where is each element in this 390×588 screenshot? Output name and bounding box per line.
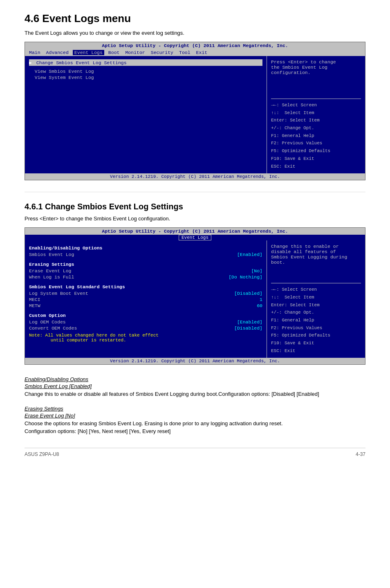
- menu-advanced[interactable]: Advanced: [45, 50, 70, 55]
- bios-header-custom: Custom Option: [29, 313, 262, 318]
- bios-screen-1: Aptio Setup Utility - Copyright (C) 2011…: [25, 42, 365, 180]
- bios-item-convert-oem-codes[interactable]: Convert OEM Codes [Disabled]: [29, 325, 262, 331]
- bios-menu-bar-1: Main Advanced Event Logs Boot Monitor Se…: [25, 49, 365, 56]
- bios-header-standard: Smbios Event Log Standard Settings: [29, 284, 262, 290]
- section-intro-4-6-1: Press <Enter> to change the Smbios Event…: [25, 215, 365, 222]
- desc-text-smbios-event-log: Change this to enable or disable all fea…: [25, 390, 365, 398]
- bios-right-keys-1: →←: Select Screen ↑↓: Select Item Enter:…: [271, 101, 361, 170]
- bios-note: Note: All values changed here do not tak…: [29, 333, 262, 343]
- bios-item-when-log-full[interactable]: When Log is Full [Do Nothing]: [29, 274, 262, 280]
- bios-item-smbios-event-log[interactable]: Smbios Event Log [Enabled]: [29, 251, 262, 258]
- menu-security[interactable]: Security: [149, 50, 175, 55]
- bios-item-erase-event-log[interactable]: Erase Event Log [No]: [29, 268, 262, 274]
- bios-right-top-1: Press <Enter> to changethe Smbios Event …: [271, 59, 361, 96]
- menu-tool[interactable]: Tool: [177, 50, 192, 55]
- bios-header-erasing: Erasing Settings: [29, 262, 262, 267]
- bios-tab-event-logs[interactable]: Event Logs: [179, 235, 211, 240]
- page-footer: ASUS Z9PA-U8 4-37: [25, 448, 365, 457]
- menu-boot[interactable]: Boot: [107, 50, 121, 55]
- bios-right-1: Press <Enter> to changethe Smbios Event …: [267, 56, 365, 173]
- bios-title-bar-1: Aptio Setup Utility - Copyright (C) 2011…: [25, 42, 365, 49]
- bios-item-meci[interactable]: MECI 1: [29, 296, 262, 303]
- bios-item-metw[interactable]: METW 60: [29, 303, 262, 309]
- bios-left-2: Enabling/Disabling Options Smbios Event …: [25, 240, 267, 358]
- desc-heading-enabling: Enabling/Disabling Options: [25, 376, 365, 382]
- bios-title-bar-2: Aptio Setup Utility - Copyright (C) 2011…: [25, 228, 365, 235]
- bios-item-log-boot-event[interactable]: Log System Boot Event [Disabled]: [29, 290, 262, 296]
- footer-left: ASUS Z9PA-U8: [25, 451, 59, 457]
- bios-item-change-smbios[interactable]: ▶ Change Smbios Event Log Settings: [29, 59, 262, 66]
- bios-item-view-system[interactable]: View System Event Log: [29, 74, 262, 81]
- section-title-4-6: 4.6 Event Logs menu: [25, 12, 365, 25]
- bios-body-1: ▶ Change Smbios Event Log Settings View …: [25, 56, 365, 173]
- footer-right: 4-37: [356, 451, 365, 457]
- menu-monitor[interactable]: Monitor: [123, 50, 146, 55]
- bios-right-2: Change this to enable ordisable all feat…: [267, 240, 365, 358]
- bios-left-1: ▶ Change Smbios Event Log Settings View …: [25, 56, 267, 173]
- section-intro-4-6: The Event Logs allows you to change or v…: [25, 30, 365, 36]
- bios-footer-2: Version 2.14.1219. Copyright (C) 2011 Am…: [25, 358, 365, 364]
- section-title-4-6-1: 4.6.1 Change Smbios Event Log Settings: [25, 202, 365, 211]
- desc-section-enabling: Enabling/Disabling Options Smbios Event …: [25, 376, 365, 398]
- desc-subheading-smbios-event-log: Smbios Event Log [Enabled]: [25, 383, 365, 389]
- bios-right-top-2: Change this to enable ordisable all feat…: [271, 244, 361, 281]
- desc-heading-erasing: Erasing Settings: [25, 406, 365, 412]
- bios-item-view-smbios[interactable]: View Smbios Event Log: [29, 68, 262, 74]
- menu-exit[interactable]: Exit: [195, 50, 209, 55]
- bios-tab-bar: Event Logs: [25, 235, 365, 240]
- bios-body-2: Enabling/Disabling Options Smbios Event …: [25, 240, 365, 358]
- desc-section-erasing: Erasing Settings Erase Event Log [No] Ch…: [25, 406, 365, 435]
- desc-text-erase-event-log: Choose the options for erasing Smbios Ev…: [25, 420, 365, 435]
- bios-screen-2: Aptio Setup Utility - Copyright (C) 2011…: [25, 227, 365, 365]
- menu-main[interactable]: Main: [27, 50, 42, 55]
- menu-event-logs[interactable]: Event Logs: [73, 50, 104, 55]
- bios-header-enabling: Enabling/Disabling Options: [29, 245, 262, 251]
- bios-right-keys-2: →←: Select Screen ↑↓: Select Item Enter:…: [271, 286, 361, 355]
- desc-subheading-erase-event-log: Erase Event Log [No]: [25, 413, 365, 419]
- bios-item-log-oem-codes[interactable]: Log OEM Codes [Enabled]: [29, 319, 262, 325]
- bios-footer-1: Version 2.14.1219. Copyright (C) 2011 Am…: [25, 173, 365, 180]
